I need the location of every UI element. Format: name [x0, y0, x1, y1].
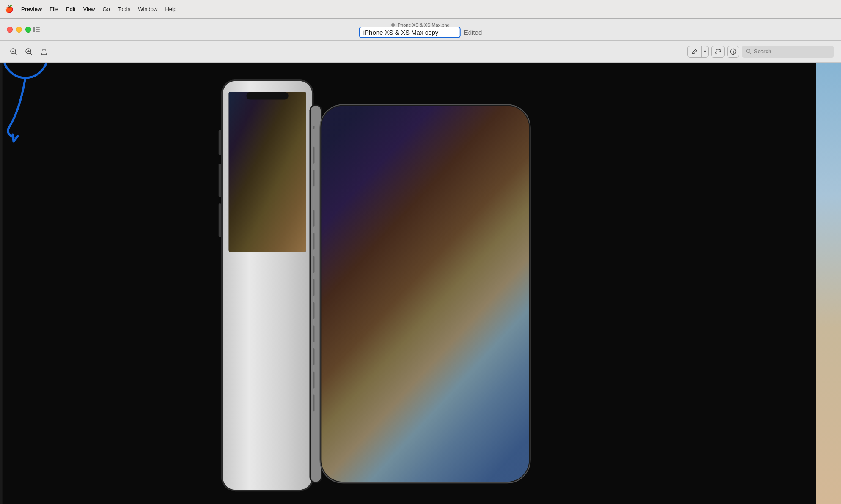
toolbar-right: ▾	[687, 46, 834, 58]
svg-rect-43	[321, 106, 529, 482]
file-tab-dot	[391, 23, 395, 27]
go-menu[interactable]: Go	[102, 6, 110, 12]
apple-menu[interactable]: 🍎	[5, 5, 14, 13]
svg-rect-25	[229, 92, 306, 252]
svg-rect-2	[36, 29, 40, 30]
svg-rect-0	[33, 27, 35, 32]
info-button[interactable]	[727, 46, 739, 58]
markup-main	[688, 46, 702, 57]
sidebar-toggle-button[interactable]	[30, 24, 42, 36]
svg-rect-34	[313, 256, 314, 273]
svg-rect-3	[36, 31, 40, 32]
traffic-lights	[7, 27, 31, 33]
svg-rect-35	[313, 279, 314, 296]
file-tab[interactable]: iPhone XS & XS Max.png	[391, 22, 449, 27]
title-input-area: Edited	[359, 27, 482, 38]
minimize-button[interactable]	[16, 27, 22, 33]
desktop-strip	[816, 63, 841, 504]
svg-rect-29	[313, 126, 314, 129]
svg-rect-36	[313, 302, 314, 319]
close-button[interactable]	[7, 27, 13, 33]
svg-rect-28	[311, 106, 321, 482]
markup-button[interactable]: ▾	[687, 46, 709, 58]
svg-line-16	[750, 52, 751, 54]
image-canvas	[0, 63, 841, 504]
toolbar: ▾	[0, 41, 841, 63]
content-area	[0, 63, 841, 504]
titlebar: iPhone XS & XS Max.png Edited	[0, 19, 841, 41]
search-field[interactable]	[742, 46, 834, 58]
svg-rect-30	[313, 147, 314, 164]
svg-line-11	[695, 49, 697, 51]
title-input[interactable]	[359, 27, 461, 38]
svg-rect-33	[313, 233, 314, 250]
svg-rect-32	[313, 210, 314, 227]
file-menu[interactable]: File	[49, 6, 58, 12]
svg-rect-21	[219, 130, 221, 155]
svg-rect-37	[313, 325, 314, 342]
iphone-image	[0, 63, 841, 504]
file-tab-label: iPhone XS & XS Max.png	[396, 22, 449, 27]
edit-menu[interactable]: Edit	[66, 6, 75, 12]
preview-window: iPhone XS & XS Max.png Edited	[0, 19, 841, 504]
titlebar-center: iPhone XS & XS Max.png Edited	[359, 21, 482, 38]
svg-point-14	[733, 49, 734, 50]
rotate-button[interactable]	[711, 46, 725, 58]
svg-line-10	[30, 53, 32, 55]
preview-menu[interactable]: Preview	[21, 6, 42, 12]
svg-rect-40	[313, 394, 314, 411]
svg-rect-23	[219, 203, 221, 237]
window-menu[interactable]: Window	[138, 6, 157, 12]
svg-line-6	[15, 53, 16, 55]
markup-chevron[interactable]: ▾	[702, 46, 708, 57]
help-menu[interactable]: Help	[165, 6, 176, 12]
svg-rect-38	[313, 348, 314, 365]
zoom-in-button[interactable]	[22, 45, 36, 58]
svg-rect-26	[246, 92, 288, 100]
svg-point-15	[747, 49, 750, 53]
search-icon	[746, 49, 751, 54]
edited-label: Edited	[464, 29, 482, 36]
search-input[interactable]	[754, 48, 830, 55]
svg-rect-1	[36, 27, 40, 28]
svg-rect-22	[219, 164, 221, 197]
tools-menu[interactable]: Tools	[118, 6, 130, 12]
svg-rect-39	[313, 372, 314, 389]
zoom-out-button[interactable]	[7, 45, 20, 58]
svg-rect-31	[313, 170, 314, 187]
menubar: 🍎 Preview File Edit View Go Tools Window…	[0, 0, 841, 19]
share-button[interactable]	[37, 45, 51, 58]
view-menu[interactable]: View	[83, 6, 95, 12]
